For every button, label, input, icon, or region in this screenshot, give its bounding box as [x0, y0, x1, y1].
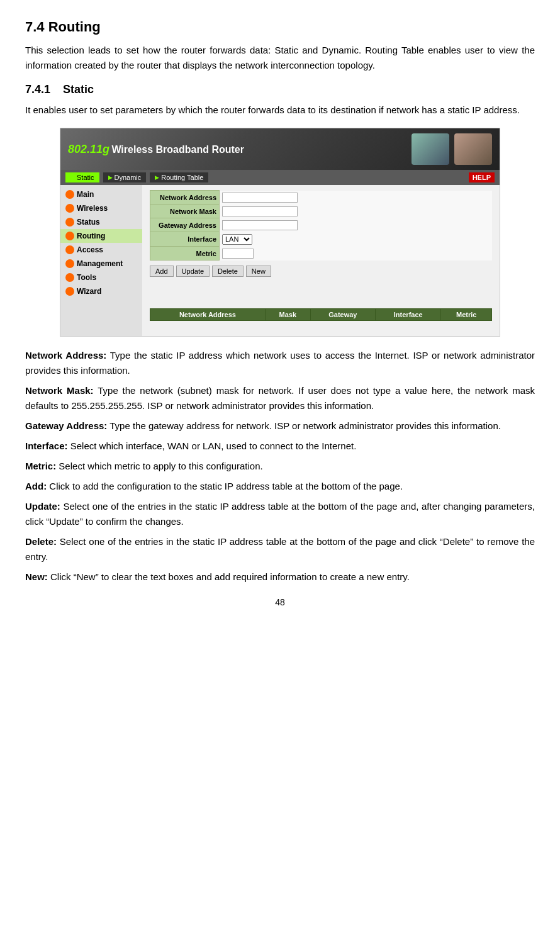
action-buttons: Add Update Delete New — [150, 266, 492, 277]
section-title: 7.4 Routing — [25, 19, 535, 35]
label-interface: Interface — [150, 232, 220, 247]
table-empty-row — [150, 321, 492, 331]
sidebar-icon-tools — [65, 273, 74, 282]
desc-gateway-address: Gateway Address: Type the gateway addres… — [25, 418, 535, 434]
col-header-mask: Mask — [265, 309, 310, 321]
sidebar-item-tools[interactable]: Tools — [60, 271, 142, 284]
router-header: 802.11g Wireless Broadband Router — [60, 128, 500, 170]
subsection-title: 7.4.1 Static — [25, 83, 94, 96]
nav-tab-dynamic[interactable]: ▶ Dynamic — [103, 172, 147, 182]
add-button[interactable]: Add — [150, 266, 174, 277]
sidebar-item-wireless[interactable]: Wireless — [60, 201, 142, 215]
label-metric: Metric — [150, 247, 220, 261]
sidebar-item-wizard[interactable]: Wizard — [60, 284, 142, 298]
desc-add: Add: Click to add the configuration to t… — [25, 479, 535, 494]
input-network-mask[interactable] — [222, 206, 298, 216]
input-metric[interactable] — [222, 249, 254, 259]
input-gateway-address[interactable] — [222, 220, 298, 230]
col-header-network-address: Network Address — [150, 309, 266, 321]
desc-network-mask: Network Mask: Type the network (subnet) … — [25, 383, 535, 413]
desc-interface: Interface: Select which interface, WAN o… — [25, 439, 535, 454]
main-content: Network Address Network Mask Gateway Add… — [142, 185, 500, 336]
sidebar-icon-main — [65, 190, 74, 199]
sidebar-item-status[interactable]: Status — [60, 215, 142, 229]
form-row-gateway-address: Gateway Address — [150, 218, 492, 232]
sidebar-item-routing[interactable]: Routing — [60, 229, 142, 243]
nav-tab-static[interactable]: ▶ Static — [65, 172, 99, 182]
label-network-mask: Network Mask — [150, 205, 220, 218]
nav-tab-routing-table[interactable]: ▶ Routing Table — [150, 172, 208, 182]
form-table: Network Address Network Mask Gateway Add… — [150, 190, 492, 261]
form-row-metric: Metric — [150, 247, 492, 261]
col-header-interface: Interface — [376, 309, 441, 321]
input-network-address[interactable] — [222, 193, 298, 203]
desc-new: New: Click “New” to clear the text boxes… — [25, 569, 535, 585]
router-brand: 802.11g Wireless Broadband Router — [68, 143, 244, 156]
help-button[interactable]: HELP — [469, 172, 495, 182]
form-row-network-mask: Network Mask — [150, 205, 492, 218]
router-nav: ▶ Static ▶ Dynamic ▶ Routing Table HELP — [60, 170, 500, 185]
sidebar-icon-routing — [65, 232, 74, 240]
update-button[interactable]: Update — [176, 266, 210, 277]
sidebar-icon-management — [65, 259, 74, 268]
result-table: Network Address Mask Gateway Interface M… — [150, 308, 492, 331]
sidebar-icon-status — [65, 218, 74, 227]
router-screenshot: 802.11g Wireless Broadband Router ▶ Stat… — [60, 128, 500, 337]
label-gateway-address: Gateway Address — [150, 218, 220, 232]
sidebar: Main Wireless Status Routing Access Mana… — [60, 185, 142, 336]
form-row-network-address: Network Address — [150, 191, 492, 205]
delete-button[interactable]: Delete — [212, 266, 244, 277]
col-header-gateway: Gateway — [310, 309, 375, 321]
subsection-intro: It enables user to set parameters by whi… — [25, 103, 535, 118]
sidebar-icon-wizard — [65, 287, 74, 296]
sidebar-item-access[interactable]: Access — [60, 243, 142, 257]
page-number: 48 — [25, 597, 535, 607]
section-intro: This selection leads to set how the rout… — [25, 43, 535, 73]
sidebar-item-management[interactable]: Management — [60, 257, 142, 271]
select-interface[interactable]: LAN WAN — [222, 234, 252, 245]
sidebar-icon-access — [65, 245, 74, 254]
desc-network-address: Network Address: Type the static IP addr… — [25, 348, 535, 378]
desc-update: Update: Select one of the entries in the… — [25, 499, 535, 529]
col-header-metric: Metric — [441, 309, 492, 321]
desc-delete: Delete: Select one of the entries in the… — [25, 534, 535, 564]
desc-metric: Metric: Select which metric to apply to … — [25, 459, 535, 474]
sidebar-item-main[interactable]: Main — [60, 188, 142, 201]
label-network-address: Network Address — [150, 191, 220, 205]
form-row-interface: Interface LAN WAN — [150, 232, 492, 247]
header-image-left — [412, 133, 449, 165]
sidebar-icon-wireless — [65, 204, 74, 213]
new-button[interactable]: New — [246, 266, 271, 277]
header-image-right — [454, 133, 492, 165]
descriptions-section: Network Address: Type the static IP addr… — [25, 348, 535, 585]
router-body: Main Wireless Status Routing Access Mana… — [60, 185, 500, 336]
